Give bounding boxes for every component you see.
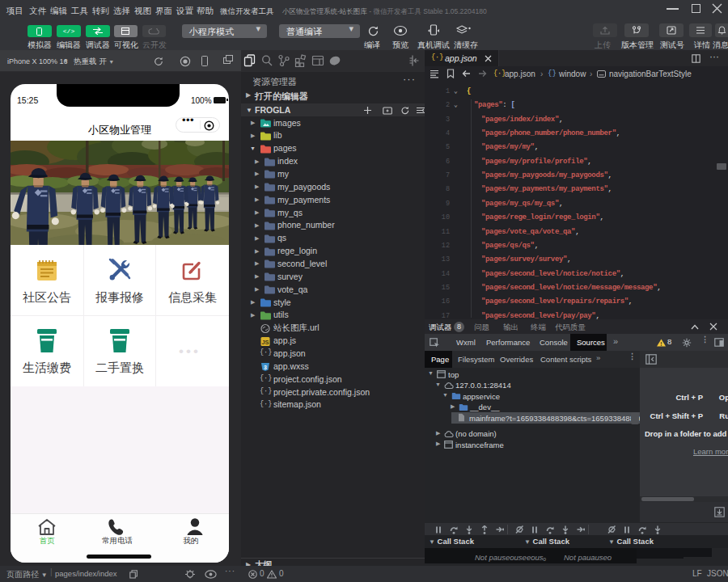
svg-text:3: 3 [264, 365, 267, 370]
svg-text:JS: JS [261, 339, 269, 346]
svg-text:!: ! [660, 341, 662, 347]
